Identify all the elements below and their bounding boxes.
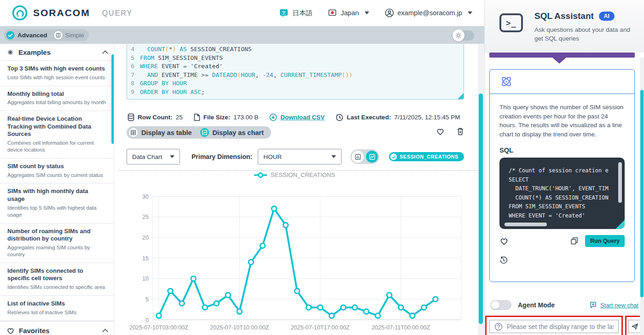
primary-dimension-label: Primary Dimension:	[191, 153, 252, 160]
assistant-code-lines: /* Count of session creation eSELECT DAT…	[509, 166, 617, 220]
sidebar-example-item[interactable]: Number of roaming SIMs and distribution …	[0, 223, 114, 263]
editor-mode-switch: Advanced Simple	[4, 29, 89, 41]
sidebar-example-item[interactable]: SIM count by statusAggregates SIM counts…	[0, 159, 114, 184]
assistant-card-header	[490, 70, 634, 94]
start-new-chat-link[interactable]: Start new chat	[590, 301, 638, 309]
assistant-header: >_ SQL Assistant AI Ask questions about …	[485, 0, 644, 53]
run-query-button[interactable]: Run Query	[585, 235, 625, 247]
code-vertical-scrollbar[interactable]	[618, 162, 622, 203]
sidebar-example-item[interactable]: Top 3 SIMs with high event countsLists S…	[0, 61, 114, 86]
trash-icon[interactable]	[457, 127, 464, 135]
collapse-icon[interactable]	[102, 329, 108, 335]
display-toggle: Display as table Display as chart	[127, 126, 271, 139]
divider	[119, 170, 477, 171]
clock-icon	[336, 113, 343, 121]
mode-advanced-label: Advanced	[17, 32, 47, 39]
editor-resize-handle[interactable]	[458, 93, 464, 99]
send-button[interactable]	[628, 320, 641, 333]
mode-advanced-button[interactable]: Advanced	[6, 31, 47, 40]
svg-text:2025-07-10T03:00:00Z: 2025-07-10T03:00:00Z	[129, 324, 188, 331]
app-header: SORACOM QUERY 文 日本語 Japan	[0, 0, 484, 26]
last-executed-label: Last Executed:	[347, 114, 391, 121]
chevron-down-icon	[365, 12, 369, 14]
favorites-title: Favorites	[19, 327, 99, 335]
database-icon	[128, 113, 134, 121]
display-toggle-row: Display as table Display as chart	[127, 126, 464, 139]
history-icon[interactable]	[499, 256, 625, 264]
header-right: 文 日本語 Japan example@soracom.jp	[270, 8, 472, 18]
sidebar-example-item[interactable]: Monthly billing totalAggregates total bi…	[0, 86, 114, 112]
sidebar-example-item[interactable]: Identify SIMs connected to specific cell…	[0, 263, 114, 296]
main-scrollbar-track[interactable]	[478, 44, 484, 335]
line-chart-icon[interactable]	[366, 151, 378, 163]
download-csv[interactable]: Download CSV	[269, 113, 325, 121]
chart-area: 0510152025302025-07-10T03:00:00Z2025-07-…	[123, 181, 466, 335]
assistant-card-body: This query shows the number of SIM sessi…	[490, 94, 634, 264]
chart-style-toggle	[350, 149, 379, 164]
favorite-heart-icon[interactable]	[436, 127, 445, 135]
check-circle-icon	[6, 31, 15, 40]
sidebar-example-item[interactable]: List of inactive SIMsRetrieves list of i…	[0, 296, 114, 321]
chart-type-value: Data Chart	[132, 153, 162, 160]
sidebar-example-item[interactable]: Real-time Device Location Tracking with …	[0, 111, 114, 159]
mode-simple-button[interactable]: Simple	[54, 31, 84, 40]
svg-text:0: 0	[145, 317, 149, 323]
primary-dimension-select[interactable]: HOUR	[258, 149, 342, 165]
chat-input[interactable]	[507, 323, 614, 330]
display-as-table-button[interactable]: Display as table	[129, 128, 192, 137]
theme-toggle[interactable]	[452, 30, 474, 41]
mode-toolbar: Advanced Simple	[0, 26, 484, 44]
code-resize-handle[interactable]	[615, 220, 625, 229]
agent-mode-toggle[interactable]	[490, 300, 511, 310]
account-menu[interactable]: example@soracom.jp	[385, 8, 472, 18]
heart-icon	[6, 327, 15, 335]
send-icon	[631, 323, 638, 330]
language-switch[interactable]: 文 日本語	[279, 9, 313, 18]
assistant-scrollbar-thumb[interactable]	[640, 90, 644, 297]
sidebar-example-item[interactable]: SIMs with high monthly data usageIdentif…	[0, 183, 114, 223]
start-new-chat-label: Start new chat	[600, 302, 638, 309]
sql-assistant-panel: >_ SQL Assistant AI Ask questions about …	[484, 0, 644, 335]
metric-badge[interactable]: SESSION_CREATIONS	[389, 152, 464, 161]
row-count-label: Row Count:	[138, 114, 173, 121]
sidebar-scrollbar[interactable]	[111, 54, 114, 144]
country-selector[interactable]: Japan	[328, 9, 369, 17]
mode-simple-label: Simple	[65, 32, 84, 39]
favorites-header[interactable]: Favorites	[0, 321, 114, 335]
display-as-chart-button[interactable]: Display as chart	[200, 128, 264, 137]
assistant-sql-code[interactable]: /* Count of session creation eSELECT DAT…	[499, 158, 625, 229]
favorite-heart-icon[interactable]	[499, 237, 509, 245]
brand: SORACOM QUERY	[12, 5, 133, 21]
assistant-message-card: This query shows the number of SIM sessi…	[489, 69, 635, 282]
check-icon	[390, 153, 397, 160]
sql-editor[interactable]: 4 COUNT(*) AS SESSION_CREATIONS5FROM SIM…	[127, 44, 464, 100]
code-horizontal-scrollbar[interactable]	[505, 223, 547, 226]
svg-text:2025-07-11T00:00:00Z: 2025-07-11T00:00:00Z	[371, 324, 430, 331]
country-label: Japan	[341, 9, 359, 17]
chart-type-select[interactable]: Data Chart	[127, 149, 180, 165]
brand-name: SORACOM	[33, 7, 90, 18]
primary-dimension-value: HOUR	[263, 153, 282, 160]
collapse-icon[interactable]	[102, 50, 108, 56]
copy-icon[interactable]	[570, 237, 579, 245]
main-scrollbar-thumb[interactable]	[479, 94, 483, 324]
user-icon	[385, 8, 394, 18]
svg-text:30: 30	[142, 194, 149, 200]
download-csv-link[interactable]: Download CSV	[280, 114, 325, 121]
chart-controls: Data Chart Primary Dimension: HOUR	[127, 148, 477, 165]
chart-legend[interactable]: SESSION_CREATIONS	[123, 171, 466, 178]
examples-header[interactable]: Examples	[0, 44, 114, 61]
account-email: example@soracom.jp	[398, 9, 462, 17]
app-name: QUERY	[102, 9, 133, 18]
sql-section-label: SQL	[499, 147, 625, 154]
svg-text:20: 20	[142, 235, 149, 241]
file-size-value: 173.00 B	[233, 114, 258, 121]
line-chart[interactable]: 0510152025302025-07-10T03:00:00Z2025-07-…	[123, 181, 466, 335]
display-as-table-label: Display as table	[141, 129, 192, 136]
theme-toggle-knob	[453, 29, 464, 41]
assistant-scrollbar-track[interactable]	[640, 58, 644, 335]
agent-mode-knob	[491, 301, 499, 309]
bar-chart-icon[interactable]	[352, 151, 364, 163]
row-count: Row Count: 25	[128, 113, 183, 121]
result-meta-row: Row Count: 25 File Size: 173.00 B Downlo…	[128, 113, 465, 121]
